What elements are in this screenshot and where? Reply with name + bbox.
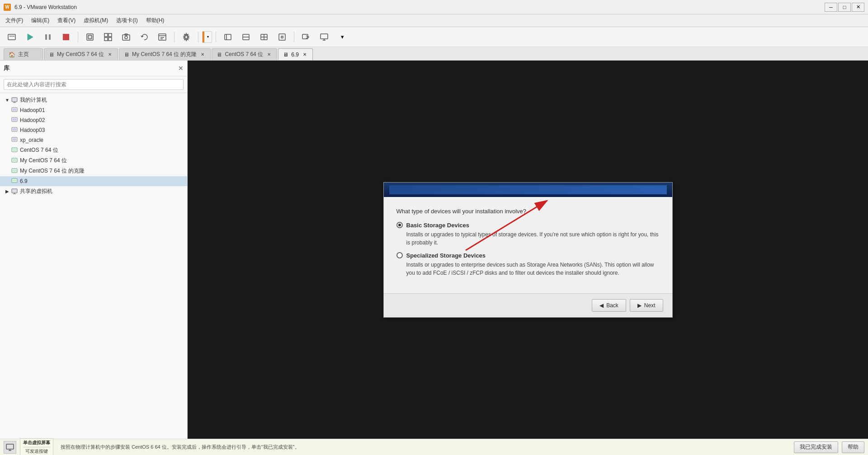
complete-install-button[interactable]: 我已完成安装 xyxy=(794,441,838,453)
tab-centos-clone-2[interactable]: 🖥 My CentOS 7 64 位 的克隆 ✕ xyxy=(119,48,211,60)
toolbar-btn-7[interactable] xyxy=(256,30,272,44)
status-right-controls: 我已完成安装 帮助 xyxy=(794,441,864,453)
sidebar-item-my-centos764[interactable]: My CentOS 7 64 位 xyxy=(0,155,187,166)
my-centos764-label: My CentOS 7 64 位 xyxy=(20,157,67,164)
toolbar: ▾ xyxy=(0,27,868,47)
tab-centos-2-close[interactable]: ✕ xyxy=(199,52,206,58)
menu-help[interactable]: 帮助(H) xyxy=(142,16,168,25)
orange-dropdown[interactable]: ▾ xyxy=(204,32,212,42)
sidebar-item-shared-vms[interactable]: ▶ 共享的虚拟机 xyxy=(0,186,187,197)
hadoop01-label: Hadoop01 xyxy=(20,107,45,113)
manage-snapshots-button[interactable] xyxy=(154,30,170,44)
radio-row-specialized: Specialized Storage Devices xyxy=(396,252,660,259)
svg-rect-7 xyxy=(63,34,69,40)
menu-view[interactable]: 查看(V) xyxy=(54,16,79,25)
tab-home[interactable]: 🏠 主页 xyxy=(4,48,43,60)
svg-rect-31 xyxy=(321,34,328,39)
expand-toggle-shared[interactable]: ▶ xyxy=(4,188,11,195)
status-vm-icon[interactable] xyxy=(4,441,16,454)
sidebar-item-my-centos764-clone[interactable]: My CentOS 7 64 位 的克隆 xyxy=(0,166,187,176)
tab-centos-1-close[interactable]: ✕ xyxy=(107,52,113,58)
app-title: 6.9 - VMware Workstation xyxy=(14,4,77,10)
svg-rect-17 xyxy=(159,34,166,40)
svg-rect-50 xyxy=(13,169,16,172)
xp-oracle-label: xp_oracle xyxy=(20,137,43,143)
sidebar-item-69[interactable]: 6.9 xyxy=(0,176,187,186)
unity-button[interactable] xyxy=(100,30,116,44)
screen-dropdown[interactable]: ▾ xyxy=(334,30,350,44)
tab-centos-clone-1[interactable]: 🖥 My CentOS 7 64 位 ✕ xyxy=(44,48,118,60)
vm-settings-button[interactable] xyxy=(178,30,194,44)
toolbar-btn-6[interactable] xyxy=(238,30,254,44)
close-button[interactable]: ✕ xyxy=(852,3,864,12)
vm-icon-hadoop02 xyxy=(11,117,18,124)
expand-toggle-my-computer[interactable]: ▼ xyxy=(4,97,11,104)
sidebar-close-button[interactable]: ✕ xyxy=(178,65,184,72)
radio-specialized[interactable] xyxy=(396,252,403,258)
screen-button[interactable] xyxy=(316,30,332,44)
tab-centos-3-close[interactable]: ✕ xyxy=(266,52,272,58)
back-label: Back xyxy=(606,302,618,309)
hadoop02-label: Hadoop02 xyxy=(20,117,45,123)
sidebar-item-xp-oracle[interactable]: xp_oracle xyxy=(0,135,187,145)
menu-edit[interactable]: 编辑(E) xyxy=(28,16,53,25)
vm-icon-3: 🖥 xyxy=(217,52,222,58)
minimize-button[interactable]: ─ xyxy=(825,3,837,12)
menu-vm[interactable]: 虚拟机(M) xyxy=(80,16,112,25)
next-button[interactable]: ▶ Next xyxy=(630,299,663,312)
suspend-button[interactable] xyxy=(40,30,56,44)
toolbar-separator-4 xyxy=(216,32,216,42)
toolbar-orange-control: ▾ xyxy=(202,31,212,43)
toolbar-btn-5[interactable] xyxy=(220,30,236,44)
restore-button[interactable]: □ xyxy=(838,3,851,12)
radio-option-basic: Basic Storage Devices Installs or upgrad… xyxy=(396,222,660,247)
send-to-guest-button[interactable] xyxy=(298,30,314,44)
vm-dialog-footer: ◀ Back ▶ Next xyxy=(384,293,672,317)
menu-tab[interactable]: 选项卡(I) xyxy=(113,16,141,25)
tab-69-close[interactable]: ✕ xyxy=(302,52,308,58)
sidebar-item-hadoop01[interactable]: Hadoop01 xyxy=(0,105,187,115)
next-arrow-icon: ▶ xyxy=(637,302,642,309)
menu-file[interactable]: 文件(F) xyxy=(2,16,27,25)
tab-centos-3[interactable]: 🖥 CentOS 7 64 位 ✕ xyxy=(212,48,277,60)
svg-rect-9 xyxy=(88,35,92,39)
svg-point-21 xyxy=(185,36,188,38)
svg-rect-14 xyxy=(123,35,130,40)
sidebar-item-hadoop02[interactable]: Hadoop02 xyxy=(0,115,187,125)
send-ctrl-alt-del-button[interactable] xyxy=(4,30,20,44)
toolbar-btn-8[interactable] xyxy=(274,30,290,44)
sidebar: 库 ✕ ▼ 我的计算机 xyxy=(0,61,188,439)
hint-title-part1: 单击虚拟屏幕 xyxy=(23,440,50,447)
power-off-button[interactable] xyxy=(58,30,74,44)
vm-icon-my-centos764-clone xyxy=(11,168,18,175)
svg-rect-40 xyxy=(13,118,16,121)
radio-row-basic: Basic Storage Devices xyxy=(396,222,660,229)
svg-rect-38 xyxy=(13,108,16,111)
tab-69-label: 6.9 xyxy=(291,52,299,58)
vm-icon-69 xyxy=(11,178,18,185)
svg-rect-48 xyxy=(13,159,16,161)
sidebar-item-centos764[interactable]: CentOS 7 64 位 xyxy=(0,145,187,155)
sidebar-search-input[interactable] xyxy=(4,79,184,90)
help-button[interactable]: 帮助 xyxy=(842,441,864,453)
svg-rect-11 xyxy=(108,33,112,37)
svg-rect-46 xyxy=(13,149,16,151)
svg-marker-4 xyxy=(28,34,33,40)
hint-box: 单击虚拟屏幕 可发送按键 xyxy=(20,438,53,455)
back-button[interactable]: ◀ Back xyxy=(592,299,626,312)
sidebar-item-hadoop03[interactable]: Hadoop03 xyxy=(0,125,187,135)
fullscreen-button[interactable] xyxy=(82,30,98,44)
title-bar: W 6.9 - VMware Workstation ─ □ ✕ xyxy=(0,0,868,14)
snapshot-button[interactable] xyxy=(118,30,134,44)
dialog-question: What type of devices will your installat… xyxy=(396,208,660,215)
svg-rect-5 xyxy=(45,34,47,40)
tab-centos-label-3: CentOS 7 64 位 xyxy=(225,51,263,58)
tab-69[interactable]: 🖥 6.9 ✕ xyxy=(278,48,313,60)
radio-basic-desc: Installs or upgrades to typical types of… xyxy=(396,230,660,247)
sidebar-item-my-computer[interactable]: ▼ 我的计算机 xyxy=(0,95,187,105)
svg-point-15 xyxy=(125,36,127,39)
power-on-button[interactable] xyxy=(22,30,38,44)
svg-rect-52 xyxy=(13,179,16,182)
revert-snapshot-button[interactable] xyxy=(136,30,152,44)
radio-basic[interactable] xyxy=(396,222,403,228)
